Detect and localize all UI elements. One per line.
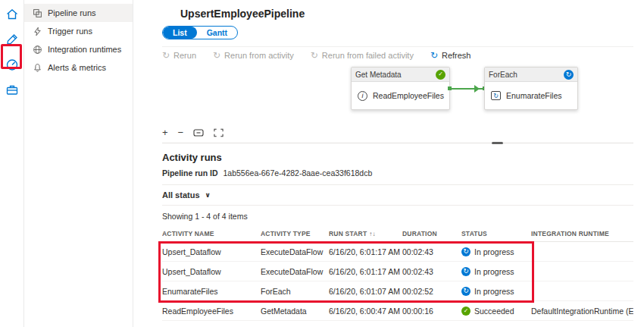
status-label: In progress — [474, 287, 514, 296]
home-icon[interactable] — [5, 7, 20, 22]
succeeded-status-icon: ✓ — [436, 70, 445, 80]
cell-activity-name: Upsert_Dataflow — [162, 247, 261, 256]
monitor-sidebar: Pipeline runs Trigger runs Integration r… — [24, 0, 133, 327]
cell-duration: 00:02:43 — [402, 267, 461, 276]
node-activity-name: EnumarateFiles — [506, 91, 562, 100]
status-label: In progress — [474, 247, 514, 256]
zoom-to-fit-icon[interactable] — [214, 128, 224, 137]
author-pencil-icon[interactable] — [5, 32, 20, 47]
refresh-button[interactable]: ↻ Refresh — [430, 51, 471, 60]
in-progress-status-icon: ↻ — [564, 70, 574, 80]
rerun-from-failed-button[interactable]: ↻ Rerun from failed activity — [311, 51, 414, 60]
activity-runs-section: Activity runs Pipeline run ID1ab556ea-66… — [162, 152, 633, 321]
trigger-runs-icon — [32, 26, 42, 36]
status-filter-dropdown[interactable]: All status ∨ — [162, 185, 211, 205]
column-header-duration[interactable]: DURATION — [402, 230, 461, 237]
gantt-view-button[interactable]: Gantt — [197, 27, 237, 39]
column-header-run-start[interactable]: RUN START↑↓ — [329, 230, 402, 237]
column-header-activity-name[interactable]: ACTIVITY NAME — [162, 230, 261, 237]
rerun-button[interactable]: ↻ Rerun — [162, 51, 196, 60]
info-icon: i — [358, 91, 367, 101]
cell-activity-type: ExecuteDataFlow — [261, 247, 329, 256]
activity-runs-heading: Activity runs — [162, 152, 633, 163]
run-start-label: RUN START — [329, 230, 367, 237]
manage-toolbox-icon[interactable] — [5, 82, 20, 97]
cell-status: ↻ In progress — [461, 287, 531, 296]
rerun-icon: ↻ — [311, 51, 318, 60]
refresh-label: Refresh — [442, 51, 471, 60]
refresh-icon: ↻ — [430, 51, 438, 60]
chevron-down-icon: ∨ — [205, 191, 211, 199]
cell-status: ↻ In progress — [461, 267, 531, 276]
rerun-icon: ↻ — [213, 51, 220, 60]
canvas-zoom-controls: + − — [162, 127, 224, 137]
cell-run-start: 6/16/20, 6:00:47 AM — [329, 307, 402, 316]
succeeded-status-icon: ✓ — [461, 307, 470, 316]
divider — [162, 184, 633, 185]
highlighted-rows-group: Upsert_Dataflow ExecuteDataFlow 6/16/20,… — [162, 242, 633, 301]
cell-activity-type: ForEach — [261, 287, 329, 296]
column-header-integration-runtime[interactable]: INTEGRATION RUNTIME — [531, 230, 633, 237]
app-rail — [0, 0, 24, 327]
main-content: UpsertEmployeePipeline List Gantt ↻ Reru… — [133, 0, 644, 327]
list-view-button[interactable]: List — [163, 27, 197, 39]
node-body: ↻ EnumarateFiles — [485, 82, 577, 109]
node-type-label: Get Metadata — [355, 71, 402, 79]
activity-node-get-metadata[interactable]: Get Metadata ✓ i ReadEmployeeFiles — [351, 67, 450, 110]
cell-duration: 00:02:43 — [402, 247, 461, 256]
pipeline-runs-icon — [32, 8, 42, 18]
reset-zoom-icon[interactable] — [193, 128, 204, 137]
pipeline-canvas: Get Metadata ✓ i ReadEmployeeFiles ForEa… — [162, 64, 633, 143]
cell-run-start: 6/16/20, 6:01:17 AM — [329, 247, 402, 256]
canvas-horizontal-scrollbar[interactable] — [492, 142, 503, 144]
zoom-out-button[interactable]: − — [178, 127, 184, 137]
rerun-from-activity-label: Rerun from activity — [224, 51, 294, 60]
in-progress-status-icon: ↻ — [461, 247, 470, 256]
table-row[interactable]: Upsert_Dataflow ExecuteDataFlow 6/16/20,… — [162, 242, 633, 262]
page-title: UpsertEmployeePipeline — [180, 8, 633, 20]
node-body: i ReadEmployeeFiles — [352, 82, 449, 109]
cell-activity-type: ExecuteDataFlow — [261, 267, 329, 276]
table-row[interactable]: EnumarateFiles ForEach 6/16/20, 6:01:07 … — [162, 281, 633, 301]
sidebar-item-trigger-runs[interactable]: Trigger runs — [24, 22, 133, 40]
table-row[interactable]: ReadEmployeeFiles GetMetadata 6/16/20, 6… — [162, 301, 633, 321]
cell-activity-name: Upsert_Dataflow — [162, 267, 261, 276]
column-header-activity-type[interactable]: ACTIVITY TYPE — [261, 230, 329, 237]
rerun-from-activity-button[interactable]: ↻ Rerun from activity — [213, 51, 294, 60]
view-toggle: List Gantt — [162, 26, 238, 39]
adf-monitor-page: Pipeline runs Trigger runs Integration r… — [0, 0, 644, 327]
sidebar-item-alerts-metrics[interactable]: Alerts & metrics — [24, 58, 133, 77]
node-activity-name: ReadEmployeeFiles — [373, 91, 444, 100]
foreach-icon: ↻ — [491, 91, 501, 100]
sidebar-item-label: Integration runtimes — [48, 45, 121, 54]
status-label: In progress — [474, 267, 514, 276]
column-header-status[interactable]: STATUS — [461, 230, 531, 237]
cell-status: ✓ Succeeded — [461, 307, 531, 316]
monitor-gauge-icon[interactable] — [5, 57, 20, 72]
bell-icon — [32, 62, 42, 73]
table-header-row: ACTIVITY NAME ACTIVITY TYPE RUN START↑↓ … — [162, 225, 633, 242]
integration-runtimes-icon — [32, 44, 42, 55]
cell-activity-name: ReadEmployeeFiles — [162, 307, 261, 316]
sidebar-item-pipeline-runs[interactable]: Pipeline runs — [24, 4, 133, 22]
table-row[interactable]: Upsert_Dataflow ExecuteDataFlow 6/16/20,… — [162, 262, 633, 281]
cell-status: ↻ In progress — [461, 247, 531, 256]
zoom-in-button[interactable]: + — [162, 127, 168, 137]
rerun-icon: ↻ — [162, 51, 170, 60]
cell-run-start: 6/16/20, 6:01:17 AM — [329, 267, 402, 276]
node-type-label: ForEach — [489, 71, 517, 79]
connector-arrowhead — [474, 85, 480, 93]
pipeline-run-id-label: Pipeline run ID — [162, 168, 218, 178]
pipeline-run-id: Pipeline run ID1ab556ea-667e-4282-8aae-c… — [162, 168, 633, 178]
sidebar-item-integration-runtimes[interactable]: Integration runtimes — [24, 40, 133, 58]
rerun-from-failed-label: Rerun from failed activity — [322, 51, 414, 60]
activity-node-foreach[interactable]: ForEach ↻ ↻ EnumarateFiles — [484, 67, 578, 110]
run-toolbar: ↻ Rerun ↻ Rerun from activity ↻ Rerun fr… — [162, 46, 633, 64]
in-progress-status-icon: ↻ — [461, 287, 470, 296]
divider — [162, 205, 633, 206]
cell-activity-name: EnumarateFiles — [162, 287, 261, 296]
sidebar-item-label: Pipeline runs — [48, 8, 96, 17]
rerun-label: Rerun — [174, 51, 196, 60]
node-header: Get Metadata ✓ — [352, 68, 449, 82]
status-label: Succeeded — [474, 307, 514, 316]
